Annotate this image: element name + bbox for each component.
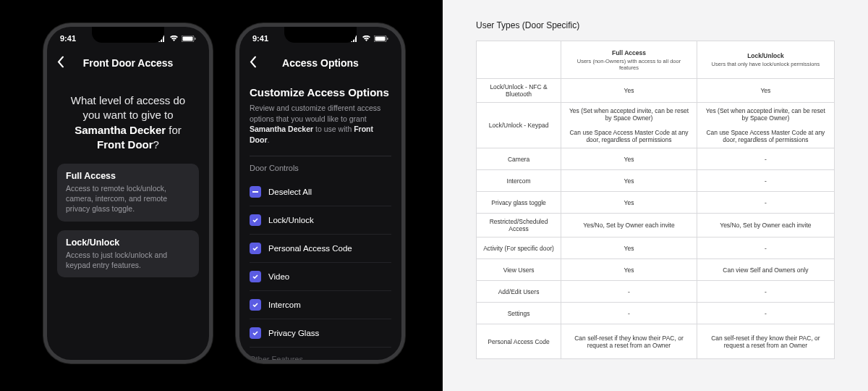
row-label: Camera bbox=[477, 148, 561, 170]
table-corner bbox=[477, 41, 561, 79]
row-label: Intercom bbox=[477, 170, 561, 192]
table-row: Add/Edit Users-- bbox=[477, 281, 835, 303]
phone-notch bbox=[92, 27, 164, 43]
cell-full-access: Yes bbox=[561, 237, 697, 259]
svg-rect-14 bbox=[252, 191, 258, 193]
status-time: 9:41 bbox=[60, 34, 76, 43]
row-label: Settings bbox=[477, 303, 561, 324]
row-label: Lock/Unlock - Keypad bbox=[477, 103, 561, 148]
battery-icon bbox=[182, 35, 196, 42]
access-prompt: What level of access do you want to give… bbox=[57, 76, 199, 164]
cell-lock-unlock: - bbox=[697, 281, 834, 303]
row-label: Video bbox=[268, 272, 289, 281]
section-door-controls: Door Controls bbox=[250, 164, 391, 172]
option-lock-unlock[interactable]: Lock/Unlock Access to just lock/unlock a… bbox=[57, 230, 199, 277]
nav-bar: Access Options bbox=[239, 50, 401, 76]
row-intercom[interactable]: Intercom bbox=[250, 291, 391, 319]
cell-lock-unlock: - bbox=[697, 237, 834, 259]
cell-full-access: - bbox=[561, 281, 697, 303]
deselect-icon bbox=[250, 186, 261, 198]
row-label: Privacy Glass bbox=[268, 329, 319, 337]
checkbox-checked-icon bbox=[250, 327, 261, 339]
row-deselect-all[interactable]: Deselect All bbox=[250, 178, 391, 206]
cell-lock-unlock: - bbox=[697, 170, 834, 192]
row-video[interactable]: Video bbox=[250, 263, 391, 291]
status-time: 9:41 bbox=[252, 34, 268, 43]
phone-mockup-2: 9:41 Access Options Customize Access Opt… bbox=[236, 23, 405, 363]
checkbox-checked-icon bbox=[250, 271, 261, 282]
row-privacy-glass[interactable]: Privacy Glass bbox=[250, 319, 391, 348]
row-label: Personal Access Code bbox=[477, 324, 561, 359]
nav-bar: Front Door Access bbox=[47, 50, 209, 76]
page-title: Front Door Access bbox=[83, 57, 174, 69]
row-label: Lock/Unlock bbox=[268, 216, 314, 224]
customize-heading: Customize Access Options bbox=[250, 86, 391, 98]
cell-full-access: Yes bbox=[561, 148, 697, 170]
row-label: View Users bbox=[477, 259, 561, 281]
cell-full-access: Yes bbox=[561, 170, 697, 192]
page-title: Access Options bbox=[282, 57, 359, 69]
cell-full-access: Yes bbox=[561, 79, 697, 103]
cell-lock-unlock: - bbox=[697, 192, 834, 214]
col-full-access: Full Access Users (non-Owners) with acce… bbox=[561, 41, 697, 79]
cell-lock-unlock: Can self-reset if they know their PAC, o… bbox=[697, 324, 834, 359]
cell-full-access: Yes bbox=[561, 192, 697, 214]
wifi-icon bbox=[169, 35, 179, 42]
table-row: Personal Access CodeCan self-reset if th… bbox=[477, 324, 835, 359]
checkbox-checked-icon bbox=[250, 214, 261, 226]
customize-subtext: Review and customize different access op… bbox=[250, 103, 391, 146]
table-row: IntercomYes- bbox=[477, 170, 835, 192]
cell-full-access: Yes bbox=[561, 259, 697, 281]
cell-lock-unlock: - bbox=[697, 303, 834, 324]
row-label: Add/Edit Users bbox=[477, 281, 561, 303]
table-row: Lock/Unlock - NFC & BluetoothYesYes bbox=[477, 79, 835, 103]
user-types-table: Full Access Users (non-Owners) with acce… bbox=[476, 41, 835, 359]
back-icon[interactable] bbox=[250, 56, 257, 70]
row-lock-unlock[interactable]: Lock/Unlock bbox=[250, 206, 391, 235]
svg-rect-13 bbox=[387, 38, 388, 40]
table-row: Restricted/Scheduled AccessYes/No, Set b… bbox=[477, 214, 835, 237]
cell-lock-unlock: - bbox=[697, 148, 834, 170]
checkbox-checked-icon bbox=[250, 299, 261, 311]
phone-mockup-1: 9:41 Front Door Access What level of acc… bbox=[43, 23, 213, 363]
cell-lock-unlock: Yes/No, Set by Owner each invite bbox=[697, 214, 834, 237]
table-row: View UsersYesCan view Self and Owners on… bbox=[477, 259, 835, 281]
cell-full-access: - bbox=[561, 303, 697, 324]
option-title: Lock/Unlock bbox=[66, 237, 190, 248]
wifi-icon bbox=[362, 35, 371, 42]
battery-icon bbox=[374, 35, 388, 42]
option-desc: Access to just lock/unlock and keypad en… bbox=[66, 250, 190, 270]
cell-lock-unlock: Yes bbox=[697, 79, 834, 103]
option-desc: Access to remote lock/unlock, camera, in… bbox=[66, 183, 190, 214]
row-label: Privacy glass toggle bbox=[477, 192, 561, 214]
table-row: Lock/Unlock - KeypadYes (Set when accept… bbox=[477, 103, 835, 148]
option-title: Full Access bbox=[66, 171, 190, 181]
cell-lock-unlock: Can view Self and Owners only bbox=[697, 259, 834, 281]
row-label: Lock/Unlock - NFC & Bluetooth bbox=[477, 79, 561, 103]
checkbox-checked-icon bbox=[250, 243, 261, 254]
left-panel: 9:41 Front Door Access What level of acc… bbox=[0, 0, 443, 391]
section-other-features: Other Features bbox=[250, 355, 391, 360]
row-personal-access-code[interactable]: Personal Access Code bbox=[250, 235, 391, 263]
svg-rect-6 bbox=[195, 38, 196, 40]
svg-rect-12 bbox=[375, 36, 386, 41]
cell-full-access: Can self-reset if they know their PAC, o… bbox=[561, 324, 697, 359]
cell-lock-unlock: Yes (Set when accepted invite, can be re… bbox=[697, 103, 834, 148]
row-label: Personal Access Code bbox=[268, 244, 352, 253]
row-label: Intercom bbox=[268, 300, 301, 309]
table-row: Activity (For specific door)Yes- bbox=[477, 237, 835, 259]
phone-notch bbox=[284, 27, 357, 43]
row-label: Activity (For specific door) bbox=[477, 237, 561, 259]
cell-full-access: Yes/No, Set by Owner each invite bbox=[561, 214, 697, 237]
col-lock-unlock: Lock/Unlock Users that only have lock/un… bbox=[697, 41, 834, 79]
table-row: Privacy glass toggleYes- bbox=[477, 192, 835, 214]
option-full-access[interactable]: Full Access Access to remote lock/unlock… bbox=[57, 164, 199, 222]
svg-rect-5 bbox=[183, 36, 193, 41]
row-label: Restricted/Scheduled Access bbox=[477, 214, 561, 237]
row-label: Deselect All bbox=[268, 188, 312, 196]
table-title: User Types (Door Specific) bbox=[476, 20, 835, 30]
back-icon[interactable] bbox=[57, 56, 64, 70]
table-row: Settings-- bbox=[477, 303, 835, 324]
right-panel: User Types (Door Specific) Full Access U… bbox=[443, 0, 868, 391]
table-row: CameraYes- bbox=[477, 148, 835, 170]
